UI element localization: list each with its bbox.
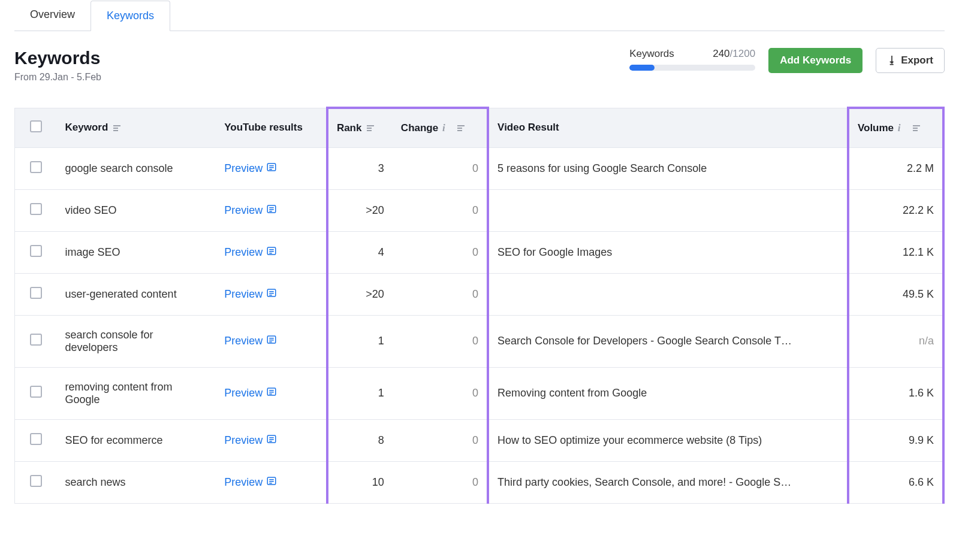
table-row: search console for developersPreview10Se…: [15, 315, 944, 367]
col-volume[interactable]: Volume i: [848, 108, 943, 147]
preview-link[interactable]: Preview: [224, 386, 277, 400]
preview-link[interactable]: Preview: [224, 246, 277, 259]
preview-link[interactable]: Preview: [224, 162, 277, 175]
change-cell: 0: [393, 231, 488, 273]
volume-cell: 49.5 K: [848, 273, 943, 315]
info-icon[interactable]: i: [442, 122, 452, 134]
preview-icon: [266, 162, 277, 175]
preview-label: Preview: [224, 162, 263, 175]
preview-label: Preview: [224, 204, 263, 217]
add-keywords-button[interactable]: Add Keywords: [768, 48, 863, 73]
counter-label: Keywords: [629, 48, 674, 60]
table-row: SEO for ecommercePreview80How to SEO opt…: [15, 419, 944, 461]
volume-cell: 22.2 K: [848, 189, 943, 231]
select-all-checkbox[interactable]: [30, 120, 42, 132]
row-checkbox[interactable]: [30, 245, 42, 257]
keyword-cell: search news: [57, 461, 216, 503]
row-checkbox[interactable]: [30, 161, 42, 173]
tab-overview[interactable]: Overview: [14, 0, 91, 31]
rank-cell: 8: [327, 419, 393, 461]
table-row: google search consolePreview305 reasons …: [15, 147, 944, 189]
preview-label: Preview: [224, 476, 263, 489]
rank-cell: 4: [327, 231, 393, 273]
table-row: image SEOPreview40SEO for Google Images1…: [15, 231, 944, 273]
rank-cell: >20: [327, 189, 393, 231]
row-checkbox[interactable]: [30, 475, 42, 487]
change-cell: 0: [393, 147, 488, 189]
row-checkbox[interactable]: [30, 433, 42, 445]
sort-icon: [457, 124, 466, 132]
rank-cell: 3: [327, 147, 393, 189]
preview-label: Preview: [224, 335, 263, 347]
counter-max: 1200: [732, 48, 755, 59]
export-label: Export: [901, 55, 933, 66]
sort-icon: [913, 124, 921, 132]
preview-icon: [266, 287, 277, 301]
row-checkbox[interactable]: [30, 386, 42, 398]
col-video: Video Result: [488, 108, 848, 147]
change-cell: 0: [393, 315, 488, 367]
info-icon[interactable]: i: [898, 122, 907, 134]
preview-label: Preview: [224, 246, 263, 259]
keyword-cell: image SEO: [57, 231, 216, 273]
preview-icon: [266, 434, 277, 447]
change-cell: 0: [393, 461, 488, 503]
progress-bar: [629, 65, 755, 71]
preview-icon: [266, 334, 277, 348]
preview-icon: [266, 204, 277, 217]
volume-cell: 2.2 M: [848, 147, 943, 189]
table-row: user-generated contentPreview>20049.5 K: [15, 273, 944, 315]
row-checkbox[interactable]: [30, 287, 42, 299]
video-result-cell: [488, 189, 848, 231]
download-icon: ⭳: [887, 55, 897, 66]
preview-link[interactable]: Preview: [224, 434, 277, 447]
col-change[interactable]: Change i: [393, 108, 488, 147]
change-cell: 0: [393, 189, 488, 231]
preview-icon: [266, 386, 277, 400]
video-result-cell: Search Console for Developers - Google S…: [488, 315, 848, 367]
col-keyword[interactable]: Keyword: [57, 108, 216, 147]
preview-link[interactable]: Preview: [224, 334, 277, 348]
tabs: Overview Keywords: [14, 0, 945, 31]
volume-cell: 9.9 K: [848, 419, 943, 461]
keywords-table: Keyword YouTube results Rank Change i Vi…: [14, 107, 945, 504]
row-checkbox[interactable]: [30, 203, 42, 215]
keyword-cell: removing content from Google: [57, 367, 216, 419]
col-rank[interactable]: Rank: [327, 108, 393, 147]
keyword-cell: SEO for ecommerce: [57, 419, 216, 461]
counter-used: 240: [713, 48, 729, 59]
preview-icon: [266, 246, 277, 259]
volume-cell: 1.6 K: [848, 367, 943, 419]
preview-label: Preview: [224, 387, 263, 399]
row-checkbox[interactable]: [30, 334, 42, 346]
keywords-counter: Keywords 240/1200: [629, 48, 755, 71]
rank-cell: 1: [327, 367, 393, 419]
keyword-cell: search console for developers: [57, 315, 216, 367]
keyword-cell: user-generated content: [57, 273, 216, 315]
preview-link[interactable]: Preview: [224, 204, 277, 217]
keyword-cell: google search console: [57, 147, 216, 189]
date-range: From 29.Jan - 5.Feb: [14, 72, 101, 83]
sort-icon: [113, 124, 122, 132]
page-title: Keywords: [14, 48, 101, 68]
preview-icon: [266, 476, 277, 489]
table-row: search newsPreview100Third party cookies…: [15, 461, 944, 503]
video-result-cell: [488, 273, 848, 315]
rank-cell: 10: [327, 461, 393, 503]
preview-label: Preview: [224, 288, 263, 301]
volume-cell: 12.1 K: [848, 231, 943, 273]
change-cell: 0: [393, 367, 488, 419]
video-result-cell: Third party cookies, Search Console, and…: [488, 461, 848, 503]
change-cell: 0: [393, 419, 488, 461]
sort-icon: [367, 124, 375, 132]
rank-cell: >20: [327, 273, 393, 315]
preview-link[interactable]: Preview: [224, 287, 277, 301]
video-result-cell: 5 reasons for using Google Search Consol…: [488, 147, 848, 189]
video-result-cell: SEO for Google Images: [488, 231, 848, 273]
rank-cell: 1: [327, 315, 393, 367]
tab-keywords[interactable]: Keywords: [91, 1, 170, 31]
volume-cell: n/a: [848, 315, 943, 367]
video-result-cell: Removing content from Google: [488, 367, 848, 419]
preview-link[interactable]: Preview: [224, 476, 277, 489]
export-button[interactable]: ⭳ Export: [876, 48, 945, 73]
